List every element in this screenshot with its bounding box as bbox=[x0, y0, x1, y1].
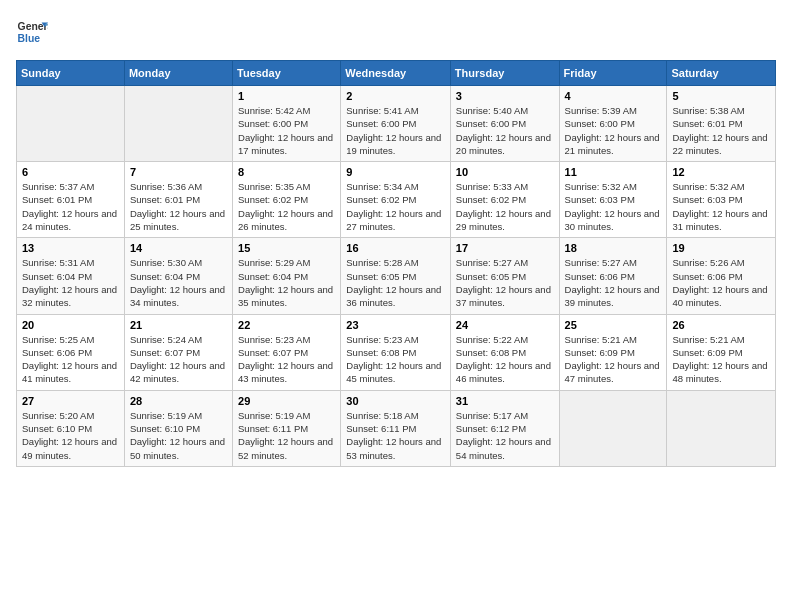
day-cell: 22Sunrise: 5:23 AM Sunset: 6:07 PM Dayli… bbox=[233, 314, 341, 390]
day-info: Sunrise: 5:22 AM Sunset: 6:08 PM Dayligh… bbox=[456, 333, 554, 386]
day-number: 6 bbox=[22, 166, 119, 178]
day-info: Sunrise: 5:19 AM Sunset: 6:10 PM Dayligh… bbox=[130, 409, 227, 462]
day-info: Sunrise: 5:27 AM Sunset: 6:05 PM Dayligh… bbox=[456, 256, 554, 309]
day-cell: 12Sunrise: 5:32 AM Sunset: 6:03 PM Dayli… bbox=[667, 162, 776, 238]
day-info: Sunrise: 5:30 AM Sunset: 6:04 PM Dayligh… bbox=[130, 256, 227, 309]
day-cell: 21Sunrise: 5:24 AM Sunset: 6:07 PM Dayli… bbox=[124, 314, 232, 390]
day-cell: 7Sunrise: 5:36 AM Sunset: 6:01 PM Daylig… bbox=[124, 162, 232, 238]
day-info: Sunrise: 5:41 AM Sunset: 6:00 PM Dayligh… bbox=[346, 104, 445, 157]
day-info: Sunrise: 5:18 AM Sunset: 6:11 PM Dayligh… bbox=[346, 409, 445, 462]
day-cell: 14Sunrise: 5:30 AM Sunset: 6:04 PM Dayli… bbox=[124, 238, 232, 314]
day-cell: 1Sunrise: 5:42 AM Sunset: 6:00 PM Daylig… bbox=[233, 86, 341, 162]
day-info: Sunrise: 5:32 AM Sunset: 6:03 PM Dayligh… bbox=[565, 180, 662, 233]
day-cell: 29Sunrise: 5:19 AM Sunset: 6:11 PM Dayli… bbox=[233, 390, 341, 466]
day-number: 26 bbox=[672, 319, 770, 331]
header-cell-monday: Monday bbox=[124, 61, 232, 86]
day-cell: 8Sunrise: 5:35 AM Sunset: 6:02 PM Daylig… bbox=[233, 162, 341, 238]
day-info: Sunrise: 5:34 AM Sunset: 6:02 PM Dayligh… bbox=[346, 180, 445, 233]
day-info: Sunrise: 5:38 AM Sunset: 6:01 PM Dayligh… bbox=[672, 104, 770, 157]
week-row-2: 6Sunrise: 5:37 AM Sunset: 6:01 PM Daylig… bbox=[17, 162, 776, 238]
day-cell: 17Sunrise: 5:27 AM Sunset: 6:05 PM Dayli… bbox=[450, 238, 559, 314]
day-cell: 27Sunrise: 5:20 AM Sunset: 6:10 PM Dayli… bbox=[17, 390, 125, 466]
week-row-5: 27Sunrise: 5:20 AM Sunset: 6:10 PM Dayli… bbox=[17, 390, 776, 466]
day-number: 28 bbox=[130, 395, 227, 407]
day-number: 20 bbox=[22, 319, 119, 331]
day-cell bbox=[559, 390, 667, 466]
day-cell: 23Sunrise: 5:23 AM Sunset: 6:08 PM Dayli… bbox=[341, 314, 451, 390]
day-info: Sunrise: 5:26 AM Sunset: 6:06 PM Dayligh… bbox=[672, 256, 770, 309]
day-number: 14 bbox=[130, 242, 227, 254]
day-info: Sunrise: 5:37 AM Sunset: 6:01 PM Dayligh… bbox=[22, 180, 119, 233]
day-info: Sunrise: 5:27 AM Sunset: 6:06 PM Dayligh… bbox=[565, 256, 662, 309]
day-cell: 18Sunrise: 5:27 AM Sunset: 6:06 PM Dayli… bbox=[559, 238, 667, 314]
day-info: Sunrise: 5:24 AM Sunset: 6:07 PM Dayligh… bbox=[130, 333, 227, 386]
header-row: SundayMondayTuesdayWednesdayThursdayFrid… bbox=[17, 61, 776, 86]
day-cell: 20Sunrise: 5:25 AM Sunset: 6:06 PM Dayli… bbox=[17, 314, 125, 390]
day-cell bbox=[124, 86, 232, 162]
day-number: 1 bbox=[238, 90, 335, 102]
day-info: Sunrise: 5:28 AM Sunset: 6:05 PM Dayligh… bbox=[346, 256, 445, 309]
header-cell-wednesday: Wednesday bbox=[341, 61, 451, 86]
day-number: 16 bbox=[346, 242, 445, 254]
day-info: Sunrise: 5:29 AM Sunset: 6:04 PM Dayligh… bbox=[238, 256, 335, 309]
day-info: Sunrise: 5:36 AM Sunset: 6:01 PM Dayligh… bbox=[130, 180, 227, 233]
day-cell: 3Sunrise: 5:40 AM Sunset: 6:00 PM Daylig… bbox=[450, 86, 559, 162]
day-cell: 9Sunrise: 5:34 AM Sunset: 6:02 PM Daylig… bbox=[341, 162, 451, 238]
day-cell: 4Sunrise: 5:39 AM Sunset: 6:00 PM Daylig… bbox=[559, 86, 667, 162]
week-row-3: 13Sunrise: 5:31 AM Sunset: 6:04 PM Dayli… bbox=[17, 238, 776, 314]
day-number: 18 bbox=[565, 242, 662, 254]
day-number: 8 bbox=[238, 166, 335, 178]
header-cell-thursday: Thursday bbox=[450, 61, 559, 86]
day-number: 4 bbox=[565, 90, 662, 102]
day-number: 27 bbox=[22, 395, 119, 407]
day-info: Sunrise: 5:19 AM Sunset: 6:11 PM Dayligh… bbox=[238, 409, 335, 462]
calendar-table: SundayMondayTuesdayWednesdayThursdayFrid… bbox=[16, 60, 776, 467]
day-cell: 31Sunrise: 5:17 AM Sunset: 6:12 PM Dayli… bbox=[450, 390, 559, 466]
day-number: 5 bbox=[672, 90, 770, 102]
day-cell: 28Sunrise: 5:19 AM Sunset: 6:10 PM Dayli… bbox=[124, 390, 232, 466]
day-number: 15 bbox=[238, 242, 335, 254]
day-number: 7 bbox=[130, 166, 227, 178]
day-number: 22 bbox=[238, 319, 335, 331]
day-cell bbox=[17, 86, 125, 162]
day-info: Sunrise: 5:21 AM Sunset: 6:09 PM Dayligh… bbox=[672, 333, 770, 386]
day-info: Sunrise: 5:20 AM Sunset: 6:10 PM Dayligh… bbox=[22, 409, 119, 462]
day-number: 9 bbox=[346, 166, 445, 178]
day-info: Sunrise: 5:21 AM Sunset: 6:09 PM Dayligh… bbox=[565, 333, 662, 386]
day-info: Sunrise: 5:25 AM Sunset: 6:06 PM Dayligh… bbox=[22, 333, 119, 386]
day-number: 21 bbox=[130, 319, 227, 331]
header-cell-sunday: Sunday bbox=[17, 61, 125, 86]
week-row-4: 20Sunrise: 5:25 AM Sunset: 6:06 PM Dayli… bbox=[17, 314, 776, 390]
header-cell-friday: Friday bbox=[559, 61, 667, 86]
day-info: Sunrise: 5:23 AM Sunset: 6:07 PM Dayligh… bbox=[238, 333, 335, 386]
day-info: Sunrise: 5:35 AM Sunset: 6:02 PM Dayligh… bbox=[238, 180, 335, 233]
logo: General Blue bbox=[16, 16, 48, 48]
day-info: Sunrise: 5:40 AM Sunset: 6:00 PM Dayligh… bbox=[456, 104, 554, 157]
day-cell bbox=[667, 390, 776, 466]
day-cell: 5Sunrise: 5:38 AM Sunset: 6:01 PM Daylig… bbox=[667, 86, 776, 162]
day-number: 3 bbox=[456, 90, 554, 102]
day-number: 30 bbox=[346, 395, 445, 407]
day-cell: 16Sunrise: 5:28 AM Sunset: 6:05 PM Dayli… bbox=[341, 238, 451, 314]
day-number: 25 bbox=[565, 319, 662, 331]
day-number: 11 bbox=[565, 166, 662, 178]
svg-text:Blue: Blue bbox=[18, 33, 41, 44]
day-info: Sunrise: 5:33 AM Sunset: 6:02 PM Dayligh… bbox=[456, 180, 554, 233]
day-number: 2 bbox=[346, 90, 445, 102]
day-cell: 19Sunrise: 5:26 AM Sunset: 6:06 PM Dayli… bbox=[667, 238, 776, 314]
day-cell: 15Sunrise: 5:29 AM Sunset: 6:04 PM Dayli… bbox=[233, 238, 341, 314]
day-cell: 6Sunrise: 5:37 AM Sunset: 6:01 PM Daylig… bbox=[17, 162, 125, 238]
day-info: Sunrise: 5:32 AM Sunset: 6:03 PM Dayligh… bbox=[672, 180, 770, 233]
day-cell: 11Sunrise: 5:32 AM Sunset: 6:03 PM Dayli… bbox=[559, 162, 667, 238]
day-cell: 25Sunrise: 5:21 AM Sunset: 6:09 PM Dayli… bbox=[559, 314, 667, 390]
day-number: 13 bbox=[22, 242, 119, 254]
day-number: 19 bbox=[672, 242, 770, 254]
day-cell: 10Sunrise: 5:33 AM Sunset: 6:02 PM Dayli… bbox=[450, 162, 559, 238]
day-number: 17 bbox=[456, 242, 554, 254]
day-number: 23 bbox=[346, 319, 445, 331]
week-row-1: 1Sunrise: 5:42 AM Sunset: 6:00 PM Daylig… bbox=[17, 86, 776, 162]
day-cell: 30Sunrise: 5:18 AM Sunset: 6:11 PM Dayli… bbox=[341, 390, 451, 466]
header-cell-tuesday: Tuesday bbox=[233, 61, 341, 86]
day-number: 10 bbox=[456, 166, 554, 178]
day-info: Sunrise: 5:42 AM Sunset: 6:00 PM Dayligh… bbox=[238, 104, 335, 157]
